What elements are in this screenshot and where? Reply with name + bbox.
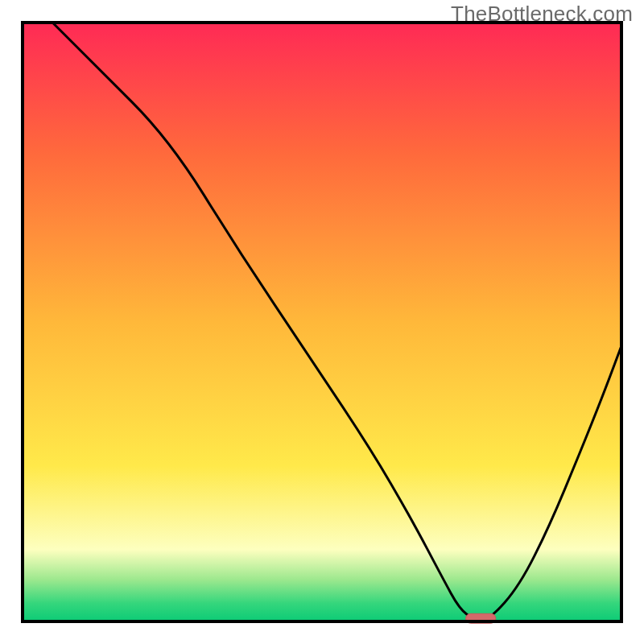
watermark-text: TheBottleneck.com [451, 2, 633, 27]
bottleneck-chart [0, 0, 644, 644]
gradient-background [23, 23, 621, 621]
chart-stage: TheBottleneck.com [0, 0, 644, 644]
